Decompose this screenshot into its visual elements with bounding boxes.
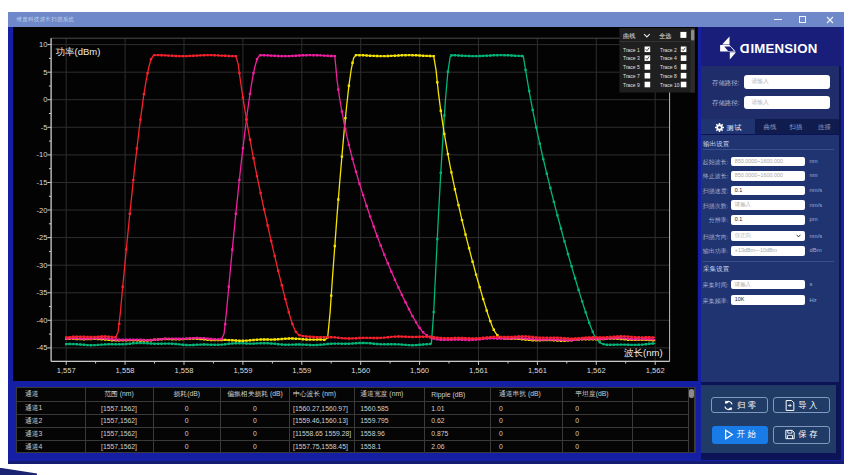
svg-text:-30: -30	[37, 261, 48, 270]
svg-text:Trace 6: Trace 6	[660, 64, 677, 70]
svg-text:-5: -5	[41, 123, 48, 132]
svg-text:5: 5	[44, 68, 48, 77]
svg-text:Trace 3: Trace 3	[623, 56, 640, 62]
svg-text:1,562: 1,562	[587, 366, 606, 375]
svg-text:Trace 9: Trace 9	[623, 82, 640, 88]
svg-text:-40: -40	[37, 316, 48, 325]
svg-text:1,558: 1,558	[116, 366, 135, 375]
svg-text:Trace 5: Trace 5	[623, 64, 640, 70]
svg-text:1,560: 1,560	[411, 366, 430, 375]
svg-text:-20: -20	[37, 206, 48, 215]
svg-text:1,561: 1,561	[528, 366, 547, 375]
svg-text:1,562: 1,562	[646, 366, 665, 375]
svg-text:1,561: 1,561	[469, 366, 488, 375]
svg-text:-10: -10	[37, 151, 48, 160]
svg-text:1,559: 1,559	[234, 366, 253, 375]
svg-text:-25: -25	[37, 233, 48, 242]
svg-text:D: D	[740, 41, 750, 56]
svg-text:1,558: 1,558	[175, 366, 194, 375]
svg-text:全选: 全选	[659, 33, 671, 41]
svg-text:波长(nm): 波长(nm)	[625, 347, 663, 358]
svg-text:1,557: 1,557	[57, 366, 76, 375]
svg-text:10: 10	[39, 40, 47, 49]
svg-text:Trace 10: Trace 10	[660, 82, 680, 88]
svg-text:-35: -35	[37, 289, 48, 298]
svg-text:Trace 4: Trace 4	[660, 56, 677, 62]
svg-text:功率(dBm): 功率(dBm)	[56, 46, 101, 57]
svg-text:0: 0	[44, 96, 48, 105]
svg-text:Trace 2: Trace 2	[660, 47, 677, 53]
svg-text:-45: -45	[37, 344, 48, 353]
svg-text:Trace 8: Trace 8	[660, 73, 677, 79]
svg-text:1,560: 1,560	[352, 366, 371, 375]
svg-text:Trace 7: Trace 7	[623, 73, 640, 79]
svg-text:曲线: 曲线	[623, 33, 635, 41]
svg-text:Trace 1: Trace 1	[623, 47, 640, 53]
svg-text:-15: -15	[37, 178, 48, 187]
svg-text:IMENSION: IMENSION	[750, 41, 817, 56]
svg-text:1,559: 1,559	[293, 366, 312, 375]
